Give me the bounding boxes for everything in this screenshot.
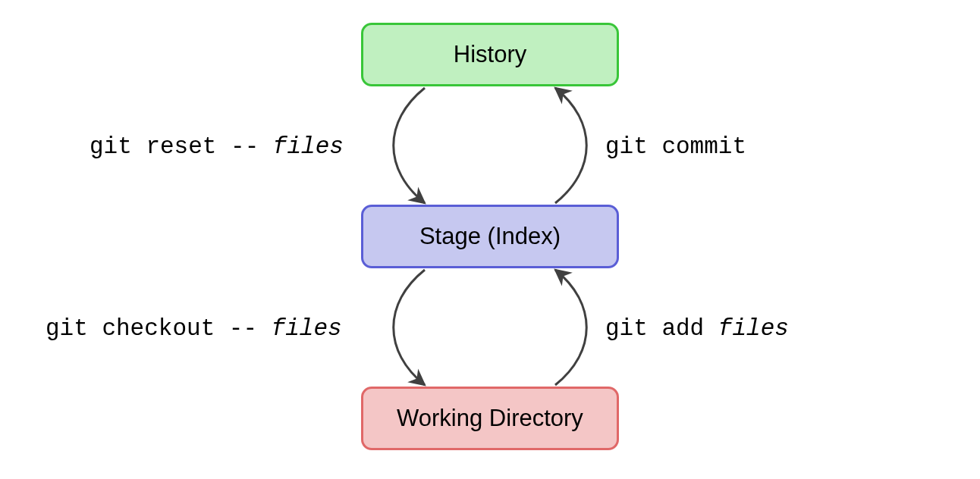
cmd-git-reset-arg: files xyxy=(273,133,344,160)
node-history: History xyxy=(361,23,619,86)
cmd-git-checkout-arg: files xyxy=(272,315,342,342)
cmd-git-checkout: git checkout -- files xyxy=(46,315,342,342)
arrow-working-to-stage xyxy=(555,270,586,385)
cmd-git-reset: git reset -- files xyxy=(90,133,344,160)
node-stage-label: Stage (Index) xyxy=(419,223,561,250)
cmd-git-reset-text: git reset -- xyxy=(90,133,273,160)
arrow-history-to-stage xyxy=(394,88,425,203)
node-working-label: Working Directory xyxy=(397,405,583,432)
cmd-git-checkout-text: git checkout -- xyxy=(46,315,272,342)
cmd-git-commit: git commit xyxy=(605,133,746,160)
cmd-git-add-arg: files xyxy=(718,315,789,342)
node-stage: Stage (Index) xyxy=(361,205,619,268)
cmd-git-add: git add files xyxy=(605,315,789,342)
git-state-diagram: History Stage (Index) Working Directory … xyxy=(0,0,980,479)
cmd-git-commit-text: git commit xyxy=(605,133,746,160)
node-working: Working Directory xyxy=(361,387,619,450)
node-history-label: History xyxy=(454,41,526,68)
cmd-git-add-text: git add xyxy=(605,315,718,342)
arrow-stage-to-history xyxy=(555,88,586,203)
arrow-stage-to-working xyxy=(394,270,425,385)
